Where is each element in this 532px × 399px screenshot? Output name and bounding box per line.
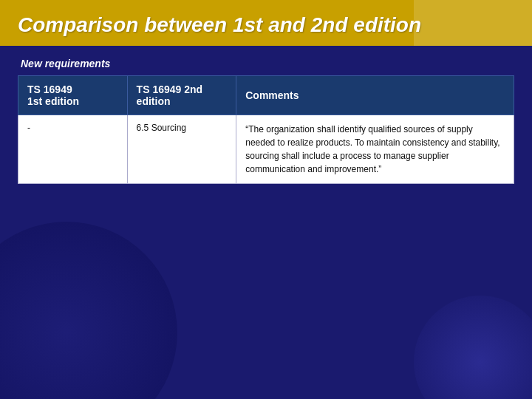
- header-col3: Comments: [236, 76, 514, 115]
- slide-title: Comparison between 1st and 2nd edition: [18, 13, 421, 36]
- cell-first-edition: -: [18, 115, 128, 184]
- section-label: New requirements: [21, 58, 514, 69]
- bg-decoration-right: [414, 296, 532, 399]
- content-area: New requirements TS 16949 1st edition TS…: [0, 46, 532, 184]
- header-col2: TS 16949 2nd edition: [127, 76, 236, 115]
- table-header-row: TS 16949 1st edition TS 16949 2nd editio…: [18, 76, 514, 115]
- header-col1: TS 16949 1st edition: [18, 76, 128, 115]
- title-bar: Comparison between 1st and 2nd edition: [0, 0, 532, 46]
- cell-comments: “The organization shall identify qualifi…: [236, 115, 514, 184]
- table-row: - 6.5 Sourcing “The organization shall i…: [18, 115, 514, 184]
- cell-second-edition: 6.5 Sourcing: [127, 115, 236, 184]
- bg-decoration-left: [0, 222, 177, 399]
- comparison-table: TS 16949 1st edition TS 16949 2nd editio…: [18, 75, 514, 184]
- slide: Comparison between 1st and 2nd edition N…: [0, 0, 532, 399]
